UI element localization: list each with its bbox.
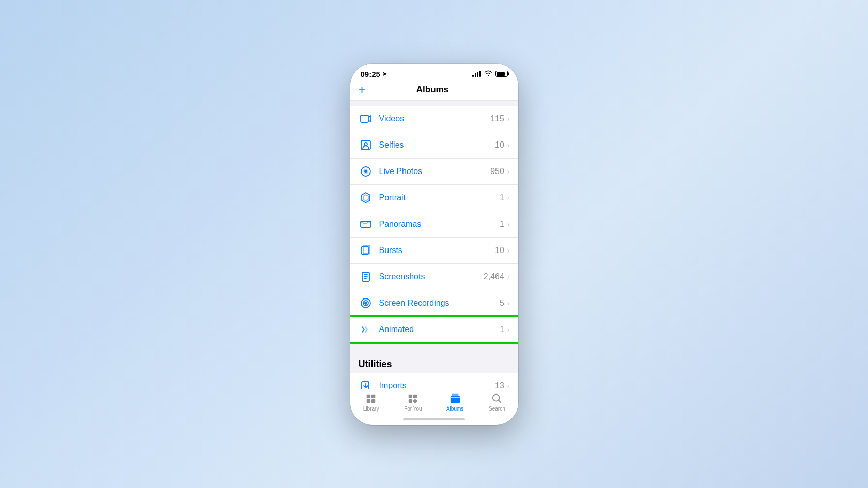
screenshots-icon <box>359 270 373 284</box>
animated-icon <box>359 322 373 337</box>
chevron-icon: › <box>507 115 510 123</box>
item-count: 1 <box>500 219 504 229</box>
list-item[interactable]: Live Photos 950 › <box>350 159 518 185</box>
item-label: Screenshots <box>379 272 484 281</box>
album-list: Videos 115 › Selfies 10 › <box>350 106 518 342</box>
list-item[interactable]: Screen Recordings 5 › <box>350 290 518 317</box>
item-label: Imports <box>379 381 495 389</box>
chevron-icon: › <box>507 194 510 202</box>
svg-rect-21 <box>409 394 412 398</box>
chevron-icon: › <box>507 299 510 307</box>
tab-albums[interactable]: Albums <box>434 392 476 412</box>
wifi-icon <box>484 70 492 78</box>
chevron-icon: › <box>507 325 510 334</box>
list-item[interactable]: Screenshots 2,464 › <box>350 264 518 290</box>
video-icon <box>359 112 373 126</box>
portrait-icon <box>359 191 373 205</box>
status-time: 09:25 ➤ <box>361 70 387 78</box>
utilities-list: Imports 13 › Duplicates 51 › <box>350 373 518 389</box>
status-bar: 09:25 ➤ <box>350 64 518 81</box>
nav-bar: + Albums <box>350 81 518 101</box>
item-label: Panoramas <box>379 219 500 229</box>
svg-rect-23 <box>409 399 412 402</box>
signal-icon <box>472 71 481 77</box>
item-label: Selfies <box>379 140 495 150</box>
tab-label: For You <box>404 406 422 412</box>
item-count: 5 <box>500 298 504 308</box>
add-button[interactable]: + <box>359 84 366 96</box>
tab-for-you[interactable]: For You <box>392 392 434 412</box>
item-count: 1 <box>500 325 504 334</box>
tab-library[interactable]: Library <box>350 392 392 412</box>
item-label: Bursts <box>379 246 495 255</box>
chevron-icon: › <box>507 273 510 281</box>
svg-point-12 <box>365 302 367 304</box>
item-count: 1 <box>500 193 504 202</box>
svg-rect-22 <box>413 394 417 398</box>
item-label: Animated <box>379 325 500 334</box>
chevron-icon: › <box>507 382 510 389</box>
list-item[interactable]: Panoramas 1 › <box>350 211 518 238</box>
item-label: Videos <box>379 114 491 123</box>
svg-rect-20 <box>371 399 375 402</box>
svg-rect-0 <box>361 115 368 122</box>
item-count: 13 <box>495 381 504 389</box>
list-item[interactable]: Selfies 10 › <box>350 132 518 159</box>
svg-point-4 <box>365 170 367 172</box>
for-you-tab-icon <box>407 392 419 405</box>
item-count: 2,464 <box>484 272 504 281</box>
item-count: 10 <box>495 246 504 255</box>
tab-label: Library <box>363 406 379 412</box>
phone-frame: 09:25 ➤ + Albums <box>350 64 518 425</box>
list-item-animated[interactable]: Animated 1 › <box>350 317 518 342</box>
svg-rect-19 <box>367 399 370 402</box>
item-label: Screen Recordings <box>379 298 500 308</box>
utilities-header: Utilities <box>350 351 518 373</box>
search-tab-icon <box>491 392 503 405</box>
svg-rect-24 <box>450 396 459 403</box>
item-count: 10 <box>495 140 504 150</box>
svg-rect-17 <box>367 394 370 398</box>
location-icon: ➤ <box>382 71 387 77</box>
chevron-icon: › <box>507 220 510 228</box>
page-title: Albums <box>366 85 500 95</box>
imports-icon <box>359 379 373 389</box>
svg-rect-9 <box>362 272 369 281</box>
chevron-icon: › <box>507 141 510 149</box>
tab-label: Albums <box>446 406 463 412</box>
list-item[interactable]: Imports 13 › <box>350 373 518 389</box>
live-photos-icon <box>359 164 373 179</box>
status-icons <box>472 70 508 78</box>
chevron-icon: › <box>507 246 510 255</box>
library-tab-icon <box>365 392 377 405</box>
item-label: Portrait <box>379 193 500 202</box>
item-count: 950 <box>490 167 504 176</box>
list-item[interactable]: Portrait 1 › <box>350 185 518 211</box>
chevron-icon: › <box>507 167 510 176</box>
selfies-icon <box>359 138 373 152</box>
item-label: Live Photos <box>379 167 491 176</box>
item-count: 115 <box>490 114 504 123</box>
tab-search[interactable]: Search <box>476 392 518 412</box>
home-indicator <box>350 414 518 425</box>
list-item[interactable]: Bursts 10 › <box>350 238 518 264</box>
battery-icon <box>495 71 508 77</box>
content-area[interactable]: Videos 115 › Selfies 10 › <box>350 101 518 389</box>
home-bar <box>403 418 465 420</box>
bursts-icon <box>359 243 373 258</box>
svg-rect-18 <box>371 394 375 398</box>
tab-label: Search <box>489 406 505 412</box>
albums-tab-icon <box>449 392 461 405</box>
svg-rect-25 <box>452 393 458 396</box>
panoramas-icon <box>359 217 373 231</box>
tab-bar: Library For You Albums <box>350 389 518 414</box>
list-item[interactable]: Videos 115 › <box>350 106 518 132</box>
screen-recordings-icon <box>359 296 373 310</box>
